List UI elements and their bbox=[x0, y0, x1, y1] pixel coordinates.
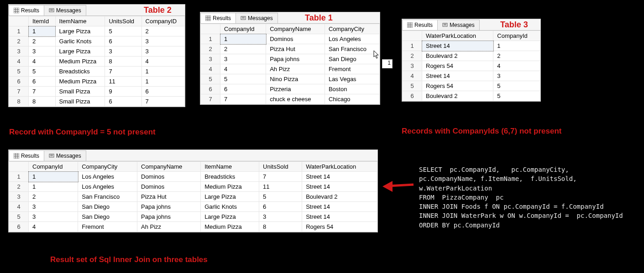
row-number[interactable]: 2 bbox=[9, 182, 29, 192]
col-header[interactable]: CompanyCity bbox=[325, 24, 379, 34]
table-row[interactable]: 55Nino PizzaLas Vegas bbox=[201, 74, 380, 84]
table-row[interactable]: 77chuck e cheeseChicago bbox=[201, 94, 380, 104]
tab-messages[interactable]: Messages bbox=[44, 150, 86, 161]
table-row[interactable]: 32San FranciscoPizza HutLarge Pizza5Boul… bbox=[9, 192, 377, 202]
cell[interactable]: Las Vegas bbox=[325, 74, 379, 84]
cell[interactable]: Los Angeles bbox=[78, 182, 137, 192]
cell[interactable]: Nino Pizza bbox=[266, 74, 325, 84]
table-row[interactable]: 22Garlic Knots63 bbox=[9, 36, 185, 46]
col-header[interactable]: UnitsSold bbox=[105, 16, 141, 26]
cell[interactable]: 3 bbox=[29, 202, 78, 212]
cell[interactable]: chuck e cheese bbox=[266, 94, 325, 104]
cell[interactable]: 8 bbox=[29, 97, 56, 107]
row-number[interactable]: 1 bbox=[9, 172, 29, 182]
row-number[interactable]: 1 bbox=[9, 26, 29, 36]
tab-results[interactable]: Results bbox=[9, 5, 44, 15]
cell[interactable]: 1 bbox=[141, 77, 184, 87]
cell[interactable]: Pizzeria bbox=[266, 84, 325, 94]
cell[interactable]: 1 bbox=[29, 182, 78, 192]
col-header[interactable]: CompanyId bbox=[493, 31, 540, 41]
row-number[interactable]: 4 bbox=[403, 71, 422, 81]
table-row[interactable]: 55Breadsticks71 bbox=[9, 67, 185, 77]
cell[interactable]: Dominos bbox=[137, 172, 201, 182]
cell[interactable]: Los Angeles bbox=[325, 34, 379, 44]
cell[interactable]: 6 bbox=[259, 202, 302, 212]
cell[interactable]: 3 bbox=[141, 36, 184, 46]
cell[interactable]: Ah Pizz bbox=[266, 64, 325, 74]
cell[interactable]: 2 bbox=[29, 36, 56, 46]
cell[interactable]: 3 bbox=[141, 46, 184, 57]
cell[interactable]: 11 bbox=[105, 77, 141, 87]
cell[interactable]: 7 bbox=[220, 94, 266, 104]
cell[interactable]: 4 bbox=[141, 57, 184, 67]
table-row[interactable]: 64FremontAh PizzMedium Pizza8Rogers 54 bbox=[9, 222, 377, 232]
cell[interactable]: 2 bbox=[493, 51, 540, 61]
tab-messages[interactable]: Messages bbox=[44, 5, 86, 15]
cell[interactable]: Small Pizza bbox=[55, 97, 105, 107]
cell[interactable]: Garlic Knots bbox=[201, 202, 259, 212]
cell[interactable]: Dominos bbox=[137, 182, 201, 192]
cell[interactable]: 8 bbox=[105, 57, 141, 67]
cell[interactable]: Street 14 bbox=[302, 182, 377, 192]
table-row[interactable]: 11Large Pizza52 bbox=[9, 26, 185, 36]
cell[interactable]: 8 bbox=[259, 222, 302, 232]
grid-result[interactable]: CompanyId CompanyCity CompanyName ItemNa… bbox=[9, 161, 377, 232]
table-row[interactable]: 2Boulevard 22 bbox=[403, 51, 540, 61]
row-number[interactable]: 6 bbox=[9, 77, 29, 87]
cell[interactable]: Street 14 bbox=[302, 202, 377, 212]
table-row[interactable]: 4Street 143 bbox=[403, 71, 540, 81]
row-number[interactable]: 3 bbox=[9, 46, 29, 57]
cell[interactable]: Pizza Hut bbox=[266, 44, 325, 54]
cell[interactable]: 1 bbox=[29, 172, 78, 182]
row-number[interactable]: 7 bbox=[201, 94, 220, 104]
cell[interactable]: San Francisco bbox=[325, 44, 379, 54]
cell[interactable]: 7 bbox=[259, 172, 302, 182]
row-number[interactable]: 5 bbox=[9, 212, 29, 222]
cell[interactable]: 6 bbox=[105, 36, 141, 46]
cell[interactable]: Rogers 54 bbox=[422, 61, 493, 71]
tab-results[interactable]: Results bbox=[200, 13, 236, 23]
cell[interactable]: 4 bbox=[29, 57, 56, 67]
row-number[interactable]: 4 bbox=[9, 202, 29, 212]
cell[interactable]: Large Pizza bbox=[55, 26, 105, 36]
cell[interactable]: Street 14 bbox=[302, 172, 377, 182]
cell[interactable]: Small Pizza bbox=[55, 87, 105, 97]
cell[interactable]: Breadsticks bbox=[201, 172, 259, 182]
cell[interactable]: Papa johns bbox=[137, 202, 201, 212]
cell[interactable]: Fremont bbox=[78, 222, 137, 232]
col-header[interactable]: WaterParkLocation bbox=[302, 162, 377, 172]
cell[interactable]: 5 bbox=[493, 81, 540, 91]
cell[interactable]: 1 bbox=[141, 67, 184, 77]
row-number[interactable]: 3 bbox=[9, 192, 29, 202]
cell[interactable]: 11 bbox=[259, 182, 302, 192]
cell[interactable]: Ah Pizz bbox=[137, 222, 201, 232]
cell[interactable]: San Diego bbox=[78, 212, 137, 222]
tab-messages[interactable]: Messages bbox=[236, 13, 278, 23]
row-number[interactable]: 3 bbox=[403, 61, 422, 71]
row-number[interactable]: 7 bbox=[9, 87, 29, 97]
cell[interactable]: 4 bbox=[220, 64, 266, 74]
col-header[interactable]: CompanyName bbox=[137, 162, 201, 172]
table-row[interactable]: 21Los AngelesDominosMedium Pizza11Street… bbox=[9, 182, 377, 192]
table-row[interactable]: 22Pizza HutSan Francisco bbox=[201, 44, 380, 54]
cell[interactable]: Boulevard 2 bbox=[422, 51, 493, 61]
table-row[interactable]: 44Ah PizzFremont bbox=[201, 64, 380, 74]
cell[interactable]: Los Angeles bbox=[78, 172, 137, 182]
row-number[interactable]: 5 bbox=[403, 81, 422, 91]
col-header[interactable]: ItemName bbox=[201, 162, 259, 172]
cell[interactable]: 1 bbox=[220, 34, 266, 44]
table-row[interactable]: 11DominosLos Angeles bbox=[201, 34, 380, 44]
cell[interactable]: 5 bbox=[220, 74, 266, 84]
table-row[interactable]: 77Small Pizza96 bbox=[9, 87, 185, 97]
table-row[interactable]: 3Rogers 544 bbox=[403, 61, 540, 71]
cell[interactable]: San Francisco bbox=[78, 192, 137, 202]
table-row[interactable]: 33Papa johnsSan Diego bbox=[201, 54, 380, 64]
col-header[interactable]: ItemId bbox=[29, 16, 56, 26]
cell[interactable]: Breadsticks bbox=[55, 67, 105, 77]
cell[interactable]: Dominos bbox=[266, 34, 325, 44]
cell[interactable]: 7 bbox=[29, 87, 56, 97]
table-row[interactable]: 88Small Pizza67 bbox=[9, 97, 185, 107]
table-row[interactable]: 66Medium Pizza111 bbox=[9, 77, 185, 87]
col-header[interactable]: CompanyName bbox=[266, 24, 325, 34]
row-number[interactable]: 2 bbox=[201, 44, 220, 54]
